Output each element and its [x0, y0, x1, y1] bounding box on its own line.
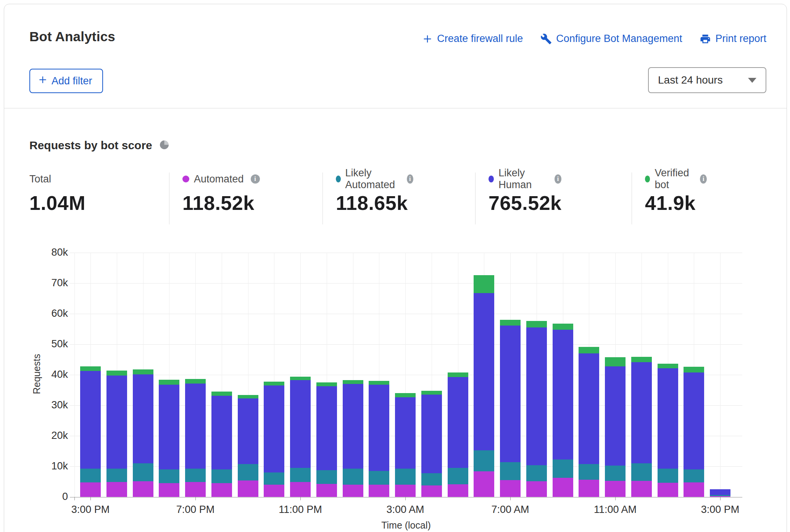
bar-segment-automated[interactable]: [238, 480, 258, 497]
bar-segment-verified-bot[interactable]: [500, 320, 521, 326]
bar-segment-likely-automated[interactable]: [553, 459, 573, 478]
y-tick-label: 70k: [22, 277, 68, 289]
bar-segment-likely-human[interactable]: [264, 385, 284, 472]
bar-segment-automated[interactable]: [500, 480, 521, 497]
bar-segment-likely-automated[interactable]: [80, 469, 101, 482]
x-tick-label: 3:00 AM: [371, 504, 440, 516]
bar-segment-likely-automated[interactable]: [106, 469, 127, 482]
bar-segment-verified-bot[interactable]: [369, 381, 389, 385]
bar-segment-likely-automated[interactable]: [395, 469, 416, 485]
bar-segment-likely-automated[interactable]: [710, 495, 730, 496]
bar-segment-automated[interactable]: [631, 481, 652, 497]
bar-segment-verified-bot[interactable]: [579, 347, 599, 353]
bar-segment-automated[interactable]: [658, 483, 678, 497]
bar-segment-automated[interactable]: [395, 485, 416, 497]
bar-segment-likely-automated[interactable]: [605, 466, 626, 481]
bar-segment-likely-human[interactable]: [631, 362, 652, 463]
bar-segment-likely-automated[interactable]: [316, 470, 337, 484]
bar-segment-likely-automated[interactable]: [264, 472, 284, 485]
bar-segment-likely-automated[interactable]: [500, 462, 521, 480]
bar-segment-verified-bot[interactable]: [290, 377, 311, 380]
bar-segment-likely-automated[interactable]: [343, 469, 363, 485]
bar-segment-likely-human[interactable]: [290, 380, 311, 468]
bar-segment-likely-human[interactable]: [605, 366, 626, 465]
bar-segment-automated[interactable]: [605, 481, 626, 497]
bar-segment-verified-bot[interactable]: [421, 391, 442, 395]
bar-segment-likely-automated[interactable]: [526, 465, 547, 481]
bar-segment-automated[interactable]: [133, 481, 153, 497]
bar-segment-likely-automated[interactable]: [474, 450, 494, 471]
bar-segment-likely-automated[interactable]: [579, 464, 599, 480]
bar-segment-verified-bot[interactable]: [316, 382, 337, 386]
bar-segment-likely-automated[interactable]: [211, 469, 232, 483]
bar-segment-likely-human[interactable]: [579, 353, 599, 464]
bar-segment-automated[interactable]: [106, 482, 127, 497]
bar-segment-likely-human[interactable]: [106, 376, 127, 469]
bar-segment-verified-bot[interactable]: [106, 371, 127, 376]
bar-segment-verified-bot[interactable]: [185, 379, 206, 384]
bar-segment-automated[interactable]: [553, 478, 573, 497]
bar-segment-automated[interactable]: [264, 485, 284, 497]
bar-segment-likely-human[interactable]: [343, 384, 363, 469]
bar-segment-likely-automated[interactable]: [238, 464, 258, 480]
bar-segment-likely-human[interactable]: [710, 489, 730, 495]
bar-segment-likely-human[interactable]: [526, 327, 547, 465]
bar-segment-automated[interactable]: [448, 484, 468, 497]
bar-segment-automated[interactable]: [684, 482, 704, 497]
bar-segment-automated[interactable]: [80, 482, 101, 497]
bar-segment-automated[interactable]: [474, 471, 494, 497]
bar-segment-likely-human[interactable]: [369, 385, 389, 471]
bar-segment-verified-bot[interactable]: [448, 372, 468, 377]
bar-segment-likely-human[interactable]: [421, 395, 442, 473]
bar-segment-likely-automated[interactable]: [448, 468, 468, 484]
bar-segment-likely-human[interactable]: [474, 293, 494, 450]
bar-segment-likely-human[interactable]: [80, 371, 101, 469]
bar-segment-likely-human[interactable]: [238, 398, 258, 464]
bar-segment-likely-human[interactable]: [159, 385, 179, 469]
bar-segment-likely-automated[interactable]: [684, 469, 704, 482]
bar-segment-likely-human[interactable]: [500, 326, 521, 462]
bar-segment-verified-bot[interactable]: [395, 393, 416, 397]
bar-segment-verified-bot[interactable]: [133, 369, 153, 375]
bar-segment-verified-bot[interactable]: [526, 321, 547, 327]
bar-segment-verified-bot[interactable]: [605, 357, 626, 366]
bar-segment-likely-human[interactable]: [553, 330, 573, 459]
bar-segment-automated[interactable]: [526, 481, 547, 497]
bar-segment-automated[interactable]: [579, 480, 599, 497]
bar-segment-likely-automated[interactable]: [185, 469, 206, 482]
bar-segment-likely-human[interactable]: [658, 368, 678, 468]
bar-segment-verified-bot[interactable]: [631, 357, 652, 362]
bar-segment-likely-human[interactable]: [395, 397, 416, 469]
bar-segment-verified-bot[interactable]: [159, 380, 179, 385]
bar-segment-likely-human[interactable]: [185, 384, 206, 468]
bar-segment-verified-bot[interactable]: [264, 382, 284, 385]
bar-segment-likely-automated[interactable]: [290, 468, 311, 482]
bar-segment-verified-bot[interactable]: [658, 364, 678, 368]
bar-segment-verified-bot[interactable]: [343, 380, 363, 384]
bar-segment-verified-bot[interactable]: [474, 275, 494, 293]
bar-segment-likely-human[interactable]: [684, 372, 704, 469]
bar-segment-automated[interactable]: [185, 482, 206, 497]
bar-segment-automated[interactable]: [211, 483, 232, 497]
bar-segment-automated[interactable]: [159, 483, 179, 497]
bar-segment-verified-bot[interactable]: [238, 395, 258, 399]
bar-segment-verified-bot[interactable]: [211, 392, 232, 396]
bar-segment-automated[interactable]: [290, 482, 311, 497]
bar-segment-verified-bot[interactable]: [684, 367, 704, 372]
bar-segment-likely-human[interactable]: [448, 377, 468, 468]
bar-segment-likely-automated[interactable]: [133, 463, 153, 481]
bar-segment-likely-automated[interactable]: [631, 463, 652, 481]
bar-segment-automated[interactable]: [369, 485, 389, 497]
bar-segment-likely-automated[interactable]: [159, 469, 179, 483]
bar-segment-likely-human[interactable]: [211, 396, 232, 469]
bar-segment-likely-automated[interactable]: [369, 471, 389, 485]
bar-segment-automated[interactable]: [343, 485, 363, 497]
bar-segment-automated[interactable]: [421, 485, 442, 497]
bar-segment-verified-bot[interactable]: [553, 324, 573, 329]
bar-segment-automated[interactable]: [316, 484, 337, 497]
bar-segment-likely-automated[interactable]: [421, 473, 442, 485]
bar-segment-verified-bot[interactable]: [80, 366, 101, 371]
bar-segment-likely-human[interactable]: [316, 386, 337, 470]
bar-segment-likely-automated[interactable]: [658, 469, 678, 483]
bar-segment-likely-human[interactable]: [133, 374, 153, 463]
